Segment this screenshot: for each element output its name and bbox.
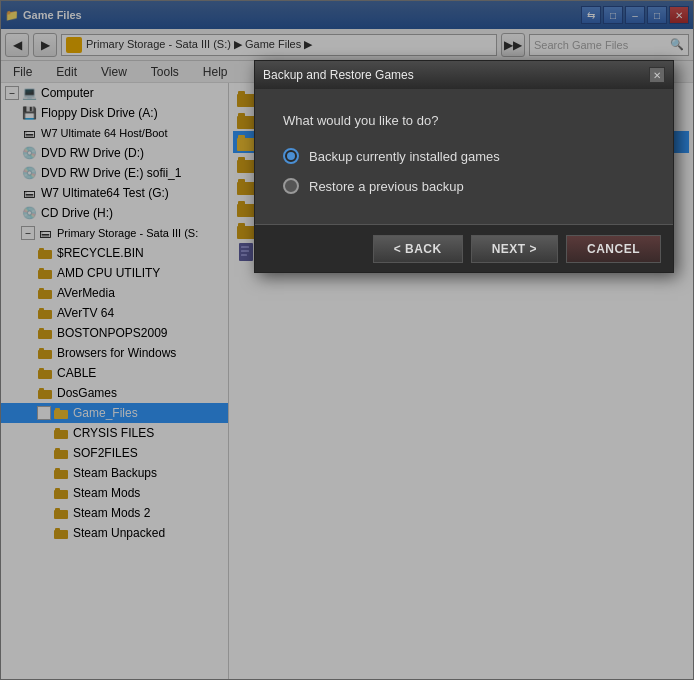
back-button[interactable]: < BACK	[373, 235, 463, 263]
cancel-button[interactable]: CANCEL	[566, 235, 661, 263]
modal-overlay: Backup and Restore Games ✕ What would yo…	[0, 0, 694, 680]
next-button[interactable]: NEXT >	[471, 235, 558, 263]
modal-title-bar: Backup and Restore Games ✕	[255, 61, 673, 89]
modal-body: What would you like to do? Backup curren…	[255, 89, 673, 224]
radio-backup-label: Backup currently installed games	[309, 149, 500, 164]
modal-dialog: Backup and Restore Games ✕ What would yo…	[254, 60, 674, 273]
radio-restore[interactable]: Restore a previous backup	[283, 178, 645, 194]
modal-footer: < BACK NEXT > CANCEL	[255, 224, 673, 272]
radio-backup-inner	[287, 152, 295, 160]
radio-restore-label: Restore a previous backup	[309, 179, 464, 194]
modal-title: Backup and Restore Games	[263, 68, 414, 82]
modal-close-btn[interactable]: ✕	[649, 67, 665, 83]
radio-restore-outer	[283, 178, 299, 194]
radio-backup-outer	[283, 148, 299, 164]
radio-backup[interactable]: Backup currently installed games	[283, 148, 645, 164]
modal-question: What would you like to do?	[283, 113, 645, 128]
